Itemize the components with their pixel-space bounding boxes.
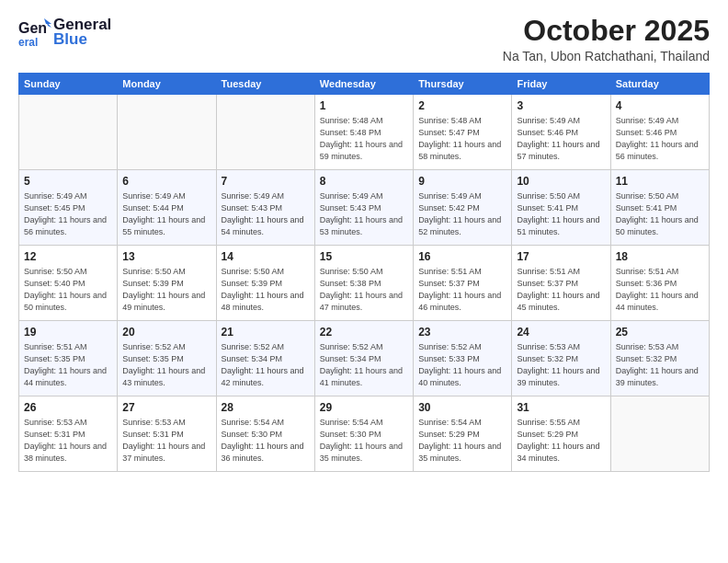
day-info: Sunrise: 5:53 AMSunset: 5:32 PMDaylight:… — [517, 342, 599, 386]
day-number: 21 — [222, 325, 310, 339]
day-number: 24 — [517, 325, 605, 339]
day-cell — [216, 95, 314, 170]
day-cell: 7 Sunrise: 5:49 AMSunset: 5:43 PMDayligh… — [216, 170, 314, 246]
day-number: 25 — [616, 325, 704, 339]
col-tuesday: Tuesday — [216, 74, 314, 95]
logo: Gen eral General Blue — [18, 15, 111, 48]
day-info: Sunrise: 5:54 AMSunset: 5:30 PMDaylight:… — [222, 418, 304, 462]
day-number: 28 — [222, 400, 310, 415]
col-monday: Monday — [118, 74, 216, 95]
day-number: 31 — [517, 400, 605, 415]
day-number: 17 — [517, 249, 605, 264]
day-info: Sunrise: 5:52 AMSunset: 5:34 PMDaylight:… — [320, 342, 403, 386]
logo-blue-text: Blue — [53, 31, 111, 47]
week-row-2: 5 Sunrise: 5:49 AMSunset: 5:45 PMDayligh… — [19, 170, 710, 246]
week-row-5: 26 Sunrise: 5:53 AMSunset: 5:31 PMDaylig… — [19, 396, 710, 472]
day-cell: 17 Sunrise: 5:51 AMSunset: 5:37 PMDaylig… — [512, 246, 610, 321]
day-cell: 1 Sunrise: 5:48 AMSunset: 5:48 PMDayligh… — [314, 95, 413, 170]
week-row-4: 19 Sunrise: 5:51 AMSunset: 5:35 PMDaylig… — [19, 321, 710, 396]
day-info: Sunrise: 5:51 AMSunset: 5:35 PMDaylight:… — [24, 342, 107, 386]
day-info: Sunrise: 5:52 AMSunset: 5:33 PMDaylight:… — [418, 342, 501, 386]
day-number: 12 — [24, 249, 112, 264]
day-cell — [118, 95, 216, 170]
day-info: Sunrise: 5:55 AMSunset: 5:29 PMDaylight:… — [517, 418, 599, 462]
day-cell: 3 Sunrise: 5:49 AMSunset: 5:46 PMDayligh… — [512, 95, 610, 170]
day-cell: 29 Sunrise: 5:54 AMSunset: 5:30 PMDaylig… — [314, 396, 413, 472]
page: Gen eral General Blue October 2025 Na Ta… — [0, 0, 728, 563]
day-number: 19 — [24, 325, 112, 339]
day-info: Sunrise: 5:54 AMSunset: 5:30 PMDaylight:… — [320, 418, 403, 462]
day-number: 4 — [616, 98, 704, 113]
day-cell: 16 Sunrise: 5:51 AMSunset: 5:37 PMDaylig… — [414, 246, 512, 321]
day-number: 2 — [418, 98, 506, 113]
day-cell: 20 Sunrise: 5:52 AMSunset: 5:35 PMDaylig… — [118, 321, 216, 396]
day-cell: 9 Sunrise: 5:49 AMSunset: 5:42 PMDayligh… — [414, 170, 512, 246]
day-number: 27 — [122, 400, 210, 415]
day-number: 5 — [24, 174, 112, 189]
svg-text:Gen: Gen — [18, 20, 47, 36]
day-number: 1 — [320, 98, 408, 113]
day-cell: 8 Sunrise: 5:49 AMSunset: 5:43 PMDayligh… — [314, 170, 413, 246]
day-number: 6 — [122, 174, 210, 189]
day-number: 13 — [122, 249, 210, 264]
day-cell: 26 Sunrise: 5:53 AMSunset: 5:31 PMDaylig… — [19, 396, 118, 472]
week-row-3: 12 Sunrise: 5:50 AMSunset: 5:40 PMDaylig… — [19, 246, 710, 321]
day-cell: 24 Sunrise: 5:53 AMSunset: 5:32 PMDaylig… — [512, 321, 610, 396]
day-info: Sunrise: 5:48 AMSunset: 5:47 PMDaylight:… — [418, 116, 501, 160]
day-info: Sunrise: 5:51 AMSunset: 5:37 PMDaylight:… — [517, 267, 599, 311]
day-cell — [610, 396, 709, 472]
day-cell: 22 Sunrise: 5:52 AMSunset: 5:34 PMDaylig… — [314, 321, 413, 396]
day-cell: 28 Sunrise: 5:54 AMSunset: 5:30 PMDaylig… — [216, 396, 314, 472]
day-number: 14 — [222, 249, 310, 264]
day-cell: 31 Sunrise: 5:55 AMSunset: 5:29 PMDaylig… — [512, 396, 610, 472]
day-cell: 10 Sunrise: 5:50 AMSunset: 5:41 PMDaylig… — [512, 170, 610, 246]
day-cell: 4 Sunrise: 5:49 AMSunset: 5:46 PMDayligh… — [610, 95, 709, 170]
day-info: Sunrise: 5:49 AMSunset: 5:43 PMDaylight:… — [320, 191, 403, 236]
day-info: Sunrise: 5:50 AMSunset: 5:39 PMDaylight:… — [222, 267, 304, 311]
day-info: Sunrise: 5:49 AMSunset: 5:42 PMDaylight:… — [418, 191, 501, 236]
day-number: 29 — [320, 400, 408, 415]
location: Na Tan, Ubon Ratchathani, Thailand — [503, 49, 710, 63]
day-number: 22 — [320, 325, 408, 339]
col-friday: Friday — [512, 74, 610, 95]
month-title: October 2025 — [503, 15, 710, 47]
day-cell: 6 Sunrise: 5:49 AMSunset: 5:44 PMDayligh… — [118, 170, 216, 246]
day-cell: 14 Sunrise: 5:50 AMSunset: 5:39 PMDaylig… — [216, 246, 314, 321]
day-info: Sunrise: 5:52 AMSunset: 5:34 PMDaylight:… — [222, 342, 304, 386]
title-area: October 2025 Na Tan, Ubon Ratchathani, T… — [503, 15, 710, 63]
day-number: 11 — [616, 174, 704, 189]
day-cell: 12 Sunrise: 5:50 AMSunset: 5:40 PMDaylig… — [19, 246, 118, 321]
svg-text:eral: eral — [18, 36, 38, 48]
day-number: 8 — [320, 174, 408, 189]
day-info: Sunrise: 5:50 AMSunset: 5:41 PMDaylight:… — [517, 191, 599, 236]
day-number: 10 — [517, 174, 605, 189]
day-number: 30 — [418, 400, 506, 415]
col-saturday: Saturday — [610, 74, 709, 95]
calendar-header-row: Sunday Monday Tuesday Wednesday Thursday… — [19, 74, 710, 95]
day-cell: 11 Sunrise: 5:50 AMSunset: 5:41 PMDaylig… — [610, 170, 709, 246]
logo-general: General — [53, 17, 111, 32]
day-info: Sunrise: 5:52 AMSunset: 5:35 PMDaylight:… — [122, 342, 205, 386]
col-sunday: Sunday — [19, 74, 118, 95]
day-info: Sunrise: 5:53 AMSunset: 5:32 PMDaylight:… — [616, 342, 699, 386]
day-info: Sunrise: 5:50 AMSunset: 5:38 PMDaylight:… — [320, 267, 403, 311]
header: Gen eral General Blue October 2025 Na Ta… — [18, 15, 710, 63]
logo-icon: Gen eral — [18, 15, 51, 48]
day-info: Sunrise: 5:51 AMSunset: 5:37 PMDaylight:… — [418, 267, 501, 311]
day-cell: 27 Sunrise: 5:53 AMSunset: 5:31 PMDaylig… — [118, 396, 216, 472]
day-info: Sunrise: 5:53 AMSunset: 5:31 PMDaylight:… — [122, 418, 205, 462]
day-cell: 19 Sunrise: 5:51 AMSunset: 5:35 PMDaylig… — [19, 321, 118, 396]
col-wednesday: Wednesday — [314, 74, 413, 95]
day-number: 18 — [616, 249, 704, 264]
day-cell: 15 Sunrise: 5:50 AMSunset: 5:38 PMDaylig… — [314, 246, 413, 321]
day-cell: 5 Sunrise: 5:49 AMSunset: 5:45 PMDayligh… — [19, 170, 118, 246]
day-info: Sunrise: 5:50 AMSunset: 5:39 PMDaylight:… — [122, 267, 205, 311]
day-number: 20 — [122, 325, 210, 339]
day-number: 16 — [418, 249, 506, 264]
day-info: Sunrise: 5:49 AMSunset: 5:44 PMDaylight:… — [122, 191, 205, 236]
day-info: Sunrise: 5:50 AMSunset: 5:40 PMDaylight:… — [24, 267, 107, 311]
day-cell: 18 Sunrise: 5:51 AMSunset: 5:36 PMDaylig… — [610, 246, 709, 321]
day-number: 3 — [517, 98, 605, 113]
day-info: Sunrise: 5:49 AMSunset: 5:43 PMDaylight:… — [222, 191, 304, 236]
calendar-table: Sunday Monday Tuesday Wednesday Thursday… — [18, 73, 710, 472]
